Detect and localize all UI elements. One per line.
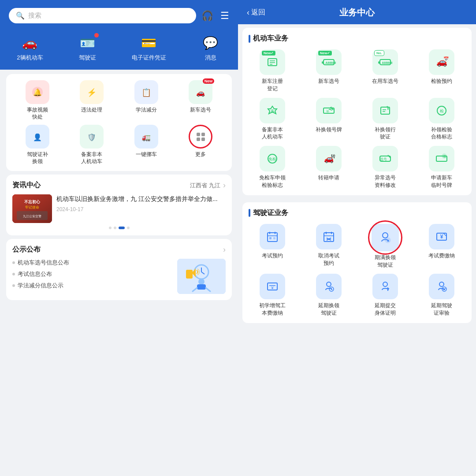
more-label: 更多 (195, 151, 206, 158)
service-used-num[interactable]: No. 粤 A88888 在用车选号 (360, 49, 411, 93)
announce-chevron[interactable]: › (223, 245, 226, 254)
svg-rect-51 (268, 233, 277, 242)
nav-label-license: 驾驶证 (79, 54, 96, 62)
svg-point-75 (383, 282, 387, 286)
nav-item-ecert[interactable]: 💳 电子证件凭证 (132, 34, 166, 62)
service-transfer[interactable]: 🚗 转 转籍申请 (303, 146, 354, 189)
nav-item-motor[interactable]: 🚗 2辆机动车 (17, 34, 43, 62)
accident-label: 事故视频快处 (27, 107, 48, 120)
service-temp-plate[interactable]: 临 申请新车临时号牌 (416, 146, 467, 189)
quick-item-accident[interactable]: 🔔 事故视频快处 (12, 80, 63, 120)
quick-item-register[interactable]: 🛡️ 备案非本人机动车 (67, 125, 117, 165)
search-input-wrap[interactable]: 🔍 搜索 (9, 8, 196, 23)
quick-item-more[interactable]: 更多 (176, 125, 226, 165)
backup-icon-wrap: 备 (260, 98, 285, 123)
license-replace-icon-wrap: 👤 (26, 125, 49, 149)
announce-list: 机动车选号信息公布 考试信息公布 学法减分信息公示 (12, 259, 173, 294)
announce-text-1: 机动车选号信息公布 (18, 259, 69, 267)
quick-item-study[interactable]: 📋 学法减分 (121, 80, 171, 120)
svg-rect-55 (269, 237, 271, 239)
more-circle[interactable] (189, 125, 212, 149)
study-icon: 📋 (140, 86, 153, 99)
new-reg-icon-wrap: New✓ (260, 49, 285, 75)
news-date: 2024-10-17 (56, 206, 226, 212)
nav-item-message[interactable]: 💬 消息 (200, 34, 221, 62)
cancel-exam-icon-wrap (316, 224, 342, 249)
replace-plate-label: 补换领号牌 (316, 126, 342, 134)
announce-body: 机动车选号信息公布 考试信息公布 学法减分信息公示 (12, 259, 226, 294)
delay-exam-label: 延期驾驶证审验 (431, 302, 452, 317)
service-exempt[interactable]: 免检 免检车申领检验标志 (247, 146, 298, 189)
license-icon: 🪪 (77, 34, 98, 52)
quick-item-violation[interactable]: ⚡ 违法处理 (67, 80, 117, 120)
headset-icon[interactable]: 🎧 (201, 10, 213, 22)
svg-text:转: 转 (331, 154, 335, 159)
more-dot-3 (197, 138, 200, 141)
service-replace-lic[interactable]: 补换领行驶证 (360, 98, 411, 141)
nav-item-license[interactable]: 🪪 驾驶证 (77, 34, 98, 62)
license-replace-label: 驾驶证补换领 (27, 151, 48, 165)
service-exam-book[interactable]: 考试预约 (247, 224, 298, 269)
service-replace-plate[interactable]: 补 补换领号牌 (303, 98, 354, 141)
exam-book-icon-wrap (260, 224, 285, 249)
left-panel: 🔍 搜索 🎧 ☰ 🚗 2辆机动车 🪪 驾驶证 💳 电子证件凭证 💬 消息 (0, 0, 238, 476)
right-header: ‹ 返回 业务中心 (238, 0, 476, 24)
service-delay-health[interactable]: 延期提交身体证明 (360, 274, 411, 317)
news-chevron[interactable]: › (223, 181, 226, 190)
abnormal-icon: 选号 (378, 152, 392, 166)
driving-section-title: 驾驶证业务 (247, 208, 467, 218)
newcar-label: 新车选号 (190, 107, 211, 114)
svg-text:⚡: ⚡ (87, 88, 97, 97)
service-delay-exam[interactable]: 延期驾驶证审验 (416, 274, 467, 317)
service-backup[interactable]: 备 备案非本人机动车 (247, 98, 298, 141)
svg-text:¥: ¥ (387, 239, 389, 243)
svg-point-76 (439, 282, 444, 286)
search-bar: 🔍 搜索 🎧 ☰ (0, 0, 238, 30)
nav-label-ecert: 电子证件凭证 (132, 54, 166, 62)
find-car-icon-wrap: 🚛 (134, 125, 158, 149)
service-newdriver[interactable]: ¥ 初学增驾工本费缴纳 (247, 274, 298, 317)
service-cancel-exam[interactable]: 取消考试预约 (303, 224, 354, 269)
news-image: 不忘初心 牢记使命 九江公安交警 (12, 194, 52, 223)
transfer-label: 转籍申请 (318, 174, 339, 182)
transfer-icon: 🚗 转 (322, 152, 336, 166)
used-num-icon-wrap: No. 粤 A88888 (372, 49, 398, 75)
svg-rect-19 (197, 284, 206, 290)
used-num-label: 在用车选号 (372, 78, 398, 85)
quick-item-find-car[interactable]: 🚛 一键挪车 (121, 125, 171, 165)
service-abnormal[interactable]: 选号 异常选号资料修改 (360, 146, 411, 189)
menu-icon[interactable]: ☰ (220, 10, 229, 22)
quick-item-newcar[interactable]: New 🚗 新车选号 (176, 80, 226, 120)
cancel-exam-label: 取消考试预约 (318, 252, 339, 267)
svg-text:补: 补 (326, 110, 329, 113)
ecert-icon: 💳 (138, 34, 160, 52)
svg-point-18 (198, 279, 205, 285)
service-renew-lic[interactable]: ¥ 期满换领驾驶证 (360, 224, 411, 269)
news-header: 资讯中心 江西省 九江 › (12, 181, 226, 190)
violation-icon-wrap: ⚡ (80, 80, 104, 104)
back-button[interactable]: ‹ 返回 (247, 8, 265, 17)
replace-lic-icon (378, 104, 392, 118)
news-img-svg: 不忘初心 牢记使命 九江公安交警 (12, 194, 52, 223)
news-card: 资讯中心 江西省 九江 › 不忘初心 (6, 175, 232, 235)
renew-lic-highlight-wrap: ¥ (372, 224, 399, 251)
announce-item-3[interactable]: 学法减分信息公示 (12, 282, 173, 290)
announce-item-1[interactable]: 机动车选号信息公布 (12, 259, 173, 267)
dots-row (12, 227, 226, 229)
page-title: 业务中心 (339, 7, 375, 17)
used-num-icon: 粤 A88888 (378, 55, 392, 69)
quick-item-license-replace[interactable]: 👤 驾驶证补换领 (12, 125, 63, 165)
nav-label-motor: 2辆机动车 (17, 54, 43, 62)
svg-text:检: 检 (440, 109, 444, 113)
service-replace-cert[interactable]: 检 补领检验合格标志 (416, 98, 467, 141)
driving-service-grid: 考试预约 取消考试预约 (247, 224, 467, 317)
driving-section: 驾驶证业务 考试预约 (242, 202, 472, 323)
register-icon: 🛡️ (85, 130, 98, 143)
service-delay-lic[interactable]: 延期换领驾驶证 (303, 274, 354, 317)
service-new-reg[interactable]: New✓ 新车注册登记 (247, 49, 298, 93)
service-exam-fee[interactable]: ¥ 考试费缴纳 (416, 224, 467, 269)
delay-exam-icon-wrap (429, 274, 454, 299)
service-inspect[interactable]: 🚗 📅 检验预约 (416, 49, 467, 93)
announce-item-2[interactable]: 考试信息公布 (12, 270, 173, 278)
service-new-num[interactable]: New✓ 粤 A88888 新车选号 (303, 49, 354, 93)
